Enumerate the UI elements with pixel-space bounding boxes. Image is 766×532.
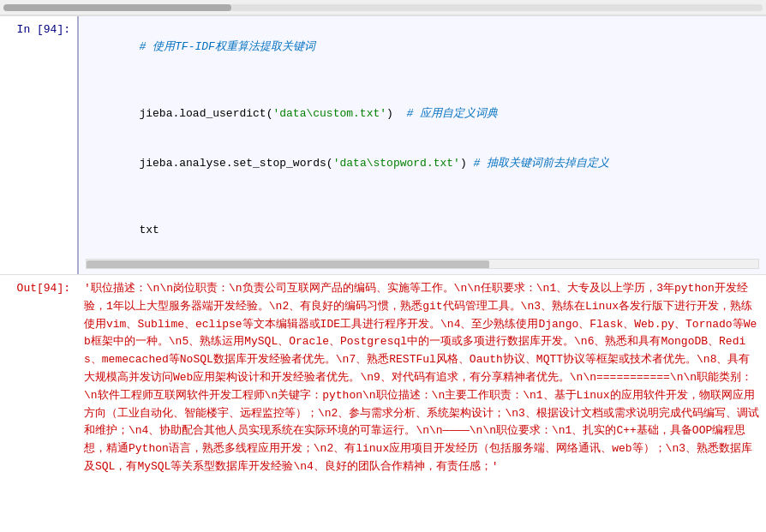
code-txt: txt <box>139 224 159 236</box>
code-paren-close1: ) <box>386 107 393 120</box>
code-comment-apply: # 应用自定义词典 <box>393 107 498 120</box>
code-line-comment: # 使用TF-IDF权重算法提取关键词 <box>86 21 759 72</box>
top-scrollbar-area[interactable] <box>0 0 766 15</box>
code-horizontal-scrollbar[interactable] <box>86 259 759 269</box>
code-jieba-analyse: jieba.analyse.set_stop_words( <box>139 157 332 170</box>
notebook-container: In [94]: # 使用TF-IDF权重算法提取关键词 jieba.load_… <box>0 0 766 481</box>
code-scrollbar-thumb[interactable] <box>87 260 489 269</box>
code-string-custom: 'data\custom.txt' <box>272 107 386 120</box>
code-line-set-stop-words: jieba.analyse.set_stop_words('data\stopw… <box>86 139 759 189</box>
code-paren-close2: ) <box>460 157 467 170</box>
code-jieba-load: jieba.load_userdict( <box>139 107 272 120</box>
output-text-94: '职位描述：\n\n岗位职责：\n负责公司互联网产品的编码、实施等工作。\n\n… <box>84 280 759 476</box>
output-cell-content-94: '职位描述：\n\n岗位职责：\n负责公司互联网产品的编码、实施等工作。\n\n… <box>77 275 766 481</box>
code-comment-stopword: # 抽取关键词前去掉自定义 <box>467 157 609 170</box>
input-cell-94: In [94]: # 使用TF-IDF权重算法提取关键词 jieba.load_… <box>0 15 766 274</box>
code-line-empty2 <box>86 188 759 206</box>
scrollbar-track[interactable] <box>3 4 763 11</box>
input-prompt-94: In [94]: <box>0 16 77 274</box>
output-cell-94: Out[94]: '职位描述：\n\n岗位职责：\n负责公司互联网产品的编码、实… <box>0 274 766 481</box>
input-cell-content-94[interactable]: # 使用TF-IDF权重算法提取关键词 jieba.load_userdict(… <box>77 16 766 274</box>
comment-tfidf: # 使用TF-IDF权重算法提取关键词 <box>139 40 314 53</box>
code-string-stopword: 'data\stopword.txt' <box>333 157 460 170</box>
scrollbar-thumb[interactable] <box>3 4 231 11</box>
code-line-txt: txt <box>86 206 759 256</box>
output-prompt-94: Out[94]: <box>0 275 77 481</box>
code-line-empty1 <box>86 72 759 89</box>
code-line-load-userdict: jieba.load_userdict('data\custom.txt') #… <box>86 88 759 139</box>
